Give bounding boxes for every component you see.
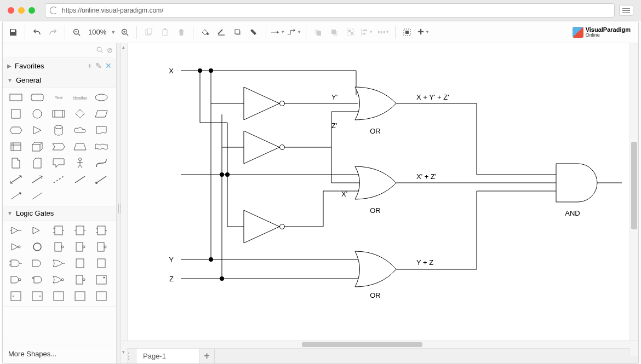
add-favorite-icon[interactable]: + — [88, 61, 92, 70]
gate-box-dot-l[interactable] — [8, 291, 24, 302]
gate-iec-not[interactable] — [72, 241, 88, 252]
insert-button[interactable]: +▼ — [416, 25, 431, 39]
shape-arrow-open[interactable] — [30, 174, 45, 185]
zoom-in-button[interactable] — [118, 25, 132, 39]
waypoint-button[interactable]: ▼ — [287, 25, 301, 39]
gate-iec-nand2[interactable] — [72, 274, 88, 285]
gate-box[interactable] — [51, 291, 66, 302]
shape-note[interactable] — [8, 158, 24, 169]
edit-favorite-icon[interactable]: ✎ — [95, 61, 102, 70]
shape-arrow-both[interactable] — [8, 174, 24, 185]
add-page-button[interactable]: + — [199, 349, 215, 363]
gate-iec-buffer[interactable] — [72, 225, 88, 236]
zoom-out-button[interactable] — [70, 25, 84, 39]
gate-label-box[interactable] — [94, 274, 109, 285]
minimize-icon[interactable] — [18, 7, 25, 14]
shape-cylinder[interactable] — [51, 125, 66, 136]
brand-logo-area[interactable]: VisualParadigm Online — [573, 27, 635, 38]
paste-button[interactable] — [158, 25, 172, 39]
gate-circle[interactable] — [30, 241, 45, 252]
copy-button[interactable] — [141, 25, 156, 39]
gate-and2[interactable] — [30, 258, 45, 269]
shape-text[interactable]: Text — [51, 92, 66, 103]
tab-page-1[interactable]: Page-1 — [136, 349, 199, 363]
undo-button[interactable] — [30, 25, 44, 39]
gate-nor[interactable] — [51, 274, 66, 285]
shape-tape[interactable] — [94, 141, 109, 152]
shape-actor[interactable] — [72, 158, 88, 169]
or-gate-2[interactable] — [355, 166, 396, 199]
group-button[interactable] — [344, 25, 358, 39]
or-gate-1[interactable] — [355, 87, 396, 120]
shape-card[interactable] — [30, 158, 45, 169]
save-button[interactable] — [6, 25, 20, 39]
or-gate-3[interactable] — [355, 251, 396, 287]
gate-not[interactable] — [8, 241, 24, 252]
to-front-button[interactable] — [311, 25, 325, 39]
gate-buffer[interactable] — [8, 225, 24, 236]
horizontal-scrollbar[interactable] — [121, 340, 638, 348]
shape-square[interactable] — [8, 108, 24, 119]
shape-line[interactable] — [72, 174, 88, 185]
shape-curve[interactable] — [94, 158, 109, 169]
fit-page-button[interactable] — [400, 25, 414, 39]
shape-rect[interactable] — [8, 92, 24, 103]
and-gate[interactable] — [556, 164, 597, 202]
shape-parallelogram[interactable] — [94, 108, 109, 119]
sidebar-splitter[interactable] — [117, 43, 121, 363]
shape-internal-storage[interactable] — [8, 141, 24, 152]
line-color-button[interactable] — [214, 25, 228, 39]
shape-cloud[interactable] — [72, 125, 88, 136]
address-bar[interactable]: https://online.visual-paradigm.com/ — [45, 3, 615, 18]
shape-trapezoid[interactable] — [72, 141, 88, 152]
more-shapes-button[interactable]: More Shapes... — [3, 344, 116, 363]
shape-arrow-thin[interactable] — [8, 190, 24, 201]
gate-nand[interactable] — [8, 274, 24, 285]
shape-link[interactable] — [94, 174, 109, 185]
shape-ellipse[interactable] — [94, 92, 109, 103]
align-button[interactable]: ▼ — [360, 25, 374, 39]
gate-iec-and[interactable] — [51, 225, 66, 236]
close-icon[interactable] — [8, 7, 14, 14]
not-gate-x[interactable] — [244, 210, 285, 243]
shape-triangle[interactable] — [30, 125, 45, 136]
gate-iec-or[interactable] — [94, 225, 109, 236]
delete-button[interactable] — [174, 25, 188, 39]
format-painter-button[interactable] — [247, 25, 261, 39]
gate-buffer2[interactable] — [30, 225, 45, 236]
shape-search[interactable]: ⊘ — [6, 43, 113, 57]
shape-heading[interactable]: Heading — [72, 92, 88, 103]
maximize-icon[interactable] — [28, 7, 35, 14]
general-section-header[interactable]: ▼ General — [3, 73, 116, 88]
shape-process[interactable] — [51, 108, 66, 119]
to-back-button[interactable] — [327, 25, 341, 39]
shape-circle[interactable] — [30, 108, 45, 119]
shape-callout[interactable] — [51, 158, 66, 169]
close-favorite-icon[interactable]: ✕ — [105, 61, 112, 70]
scroll-down-icon[interactable]: ▾ — [122, 349, 125, 355]
not-gate-y[interactable] — [244, 87, 285, 120]
shape-cube[interactable] — [30, 141, 45, 152]
reload-icon[interactable] — [50, 7, 58, 14]
gate-iec-and2[interactable] — [72, 258, 88, 269]
fill-color-button[interactable] — [198, 25, 212, 39]
vertical-scrollbar[interactable] — [629, 43, 638, 356]
gate-nand-in[interactable] — [30, 274, 45, 285]
redo-button[interactable] — [46, 25, 60, 39]
gate-iec-or2[interactable] — [94, 258, 109, 269]
zoom-dropdown-icon[interactable]: ▼ — [111, 30, 116, 35]
favorites-section-header[interactable]: ▶ Favorites + ✎ ✕ — [3, 59, 116, 73]
logic-gates-section-header[interactable]: ▼ Logic Gates — [3, 206, 116, 221]
gate-box3[interactable] — [94, 291, 109, 302]
gate-iec-nor[interactable] — [94, 241, 109, 252]
not-gate-z[interactable] — [244, 131, 285, 164]
gate-box2[interactable] — [72, 291, 88, 302]
zoom-level[interactable]: 100% — [86, 28, 108, 36]
gate-or[interactable] — [51, 258, 66, 269]
diagram-canvas[interactable]: X Y Z — [121, 43, 629, 340]
shape-step[interactable] — [51, 141, 66, 152]
gate-box-dot-r[interactable] — [30, 291, 45, 302]
distribute-button[interactable]: ▼ — [376, 25, 391, 39]
gate-and[interactable] — [8, 258, 24, 269]
shape-hexagon[interactable] — [8, 125, 24, 136]
